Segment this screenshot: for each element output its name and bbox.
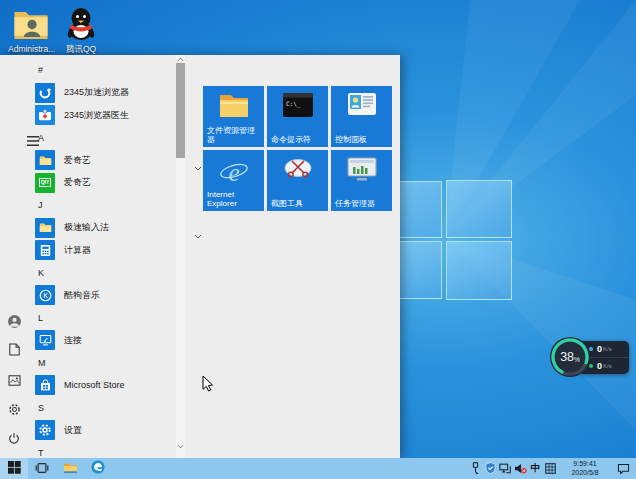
start-tile[interactable]: 文件资源管理器 bbox=[203, 86, 264, 147]
speed-value: 0 bbox=[597, 361, 602, 371]
taskbar-file-explorer-button[interactable] bbox=[56, 458, 84, 479]
settings-tile-icon bbox=[35, 420, 55, 440]
app-item[interactable]: 连接 bbox=[30, 329, 180, 352]
section-header-label: M bbox=[38, 358, 46, 368]
section-header-#[interactable]: # bbox=[30, 59, 188, 82]
app-item[interactable]: 爱奇艺 bbox=[30, 149, 180, 172]
browser-doctor-icon bbox=[35, 105, 55, 125]
explorer-small-icon bbox=[63, 460, 78, 478]
rail-documents-button[interactable] bbox=[3, 340, 25, 362]
power-icon bbox=[8, 431, 20, 449]
network-icon bbox=[499, 460, 512, 478]
speed-unit: K/s bbox=[603, 363, 612, 369]
app-list-scrollbar[interactable] bbox=[176, 55, 185, 458]
taskbar-start-button[interactable] bbox=[0, 458, 28, 479]
tray-network-button[interactable] bbox=[498, 458, 513, 479]
app-item[interactable]: QIY爱奇艺 bbox=[30, 172, 180, 195]
app-item[interactable]: 2345加速浏览器 bbox=[30, 82, 180, 105]
section-header-label: L bbox=[38, 313, 43, 323]
memory-usage-ball[interactable]: 38% bbox=[548, 335, 592, 379]
section-header-A[interactable]: A bbox=[30, 127, 188, 150]
tile-label: Internet Explorer bbox=[207, 190, 261, 208]
section-header-M[interactable]: M bbox=[30, 352, 188, 375]
svg-text:C:\_: C:\_ bbox=[286, 100, 301, 108]
start-tile[interactable]: 截图工具 bbox=[267, 150, 328, 211]
security-shield-icon bbox=[485, 460, 496, 478]
section-header-J[interactable]: J bbox=[30, 194, 188, 217]
system-tray: 中 9:59:41 2020/5/8 bbox=[468, 458, 634, 479]
app-item[interactable]: 极速输入法 bbox=[30, 217, 180, 240]
rail-settings-button[interactable] bbox=[3, 400, 25, 422]
start-icon bbox=[8, 460, 21, 478]
app-item-label: 2345加速浏览器 bbox=[64, 86, 129, 99]
taskbar-clock[interactable]: 9:59:41 2020/5/8 bbox=[562, 460, 608, 477]
rail-power-button[interactable] bbox=[3, 429, 25, 451]
ie-tile-icon: e bbox=[218, 157, 250, 191]
desktop-icon-label: Administra... bbox=[8, 44, 54, 54]
documents-icon bbox=[9, 342, 20, 360]
tray-usb-button[interactable] bbox=[468, 458, 483, 479]
start-tile[interactable]: C:\_命令提示符 bbox=[267, 86, 328, 147]
start-tile[interactable]: 控制面板 bbox=[331, 86, 392, 147]
start-tile[interactable]: 任务管理器 bbox=[331, 150, 392, 211]
tray-ime-language-button[interactable]: 中 bbox=[528, 458, 543, 479]
tile-label: 文件资源管理器 bbox=[207, 126, 261, 144]
tile-label: 截图工具 bbox=[271, 199, 325, 208]
svg-text:e: e bbox=[228, 158, 239, 186]
chevron-down-icon[interactable] bbox=[194, 157, 202, 175]
app-item[interactable]: 2345浏览器医生 bbox=[30, 104, 180, 127]
kugou-icon: K bbox=[35, 285, 55, 305]
chevron-down-icon[interactable] bbox=[194, 225, 202, 243]
app-item-label: Microsoft Store bbox=[64, 380, 125, 390]
taskbar-task-view-button[interactable] bbox=[28, 458, 56, 479]
usage-percent: 38% bbox=[548, 335, 592, 379]
tray-security-shield-button[interactable] bbox=[483, 458, 498, 479]
rail-user-button[interactable] bbox=[3, 312, 25, 334]
app-item[interactable]: 计算器 bbox=[30, 239, 180, 262]
section-header-label: # bbox=[38, 65, 43, 75]
calculator-icon bbox=[35, 240, 55, 260]
app-item-label: 2345浏览器医生 bbox=[64, 109, 129, 122]
section-header-S[interactable]: S bbox=[30, 397, 188, 420]
app-item-label: 极速输入法 bbox=[64, 221, 109, 234]
windows-logo-pane bbox=[446, 180, 512, 238]
folder-app-icon bbox=[35, 150, 55, 170]
usb-icon bbox=[471, 460, 480, 478]
iqiyi-icon: QIY bbox=[35, 173, 55, 193]
app-item[interactable]: Microsoft Store bbox=[30, 374, 180, 397]
scrollbar-thumb[interactable] bbox=[176, 63, 185, 158]
app-item-label: 爱奇艺 bbox=[64, 176, 91, 189]
user-avatar-icon bbox=[8, 314, 21, 332]
section-header-K[interactable]: K bbox=[30, 262, 188, 285]
app-item-label: 爱奇艺 bbox=[64, 154, 91, 167]
scroll-up-icon[interactable] bbox=[176, 55, 185, 63]
section-header-label: J bbox=[38, 200, 43, 210]
task-view-icon bbox=[35, 460, 49, 478]
desktop-icon[interactable]: 腾讯QQ bbox=[58, 6, 104, 54]
clock-time: 9:59:41 bbox=[562, 460, 608, 469]
desktop-icon[interactable]: Administra... bbox=[8, 6, 54, 54]
cmd-tile-icon: C:\_ bbox=[283, 93, 313, 121]
start-menu: #2345加速浏览器2345浏览器医生A爱奇艺QIY爱奇艺J极速输入法计算器KK… bbox=[0, 55, 400, 458]
folder-app-icon bbox=[35, 218, 55, 238]
tray-ime-grid-button[interactable] bbox=[543, 458, 558, 479]
admin-folder-icon bbox=[8, 6, 54, 42]
windows-logo-pane bbox=[446, 241, 512, 300]
volume-muted-icon bbox=[514, 460, 527, 478]
scroll-down-icon[interactable] bbox=[176, 442, 185, 450]
tile-label: 控制面板 bbox=[335, 135, 389, 144]
app-item[interactable]: K酷狗音乐 bbox=[30, 284, 180, 307]
notification-center-button[interactable] bbox=[612, 458, 634, 479]
task-manager-tile-icon bbox=[347, 157, 377, 187]
start-tile[interactable]: eInternet Explorer bbox=[203, 150, 264, 211]
edge-icon bbox=[91, 460, 105, 478]
rail-pictures-button[interactable] bbox=[3, 370, 25, 392]
speed-value: 0 bbox=[597, 344, 602, 354]
section-header-label: S bbox=[38, 403, 44, 413]
taskbar-edge-browser-button[interactable] bbox=[84, 458, 112, 479]
tile-label: 任务管理器 bbox=[335, 199, 389, 208]
app-item[interactable]: 设置 bbox=[30, 419, 180, 442]
tray-volume-muted-button[interactable] bbox=[513, 458, 528, 479]
section-header-L[interactable]: L bbox=[30, 307, 188, 330]
settings-gear-icon bbox=[8, 402, 21, 420]
